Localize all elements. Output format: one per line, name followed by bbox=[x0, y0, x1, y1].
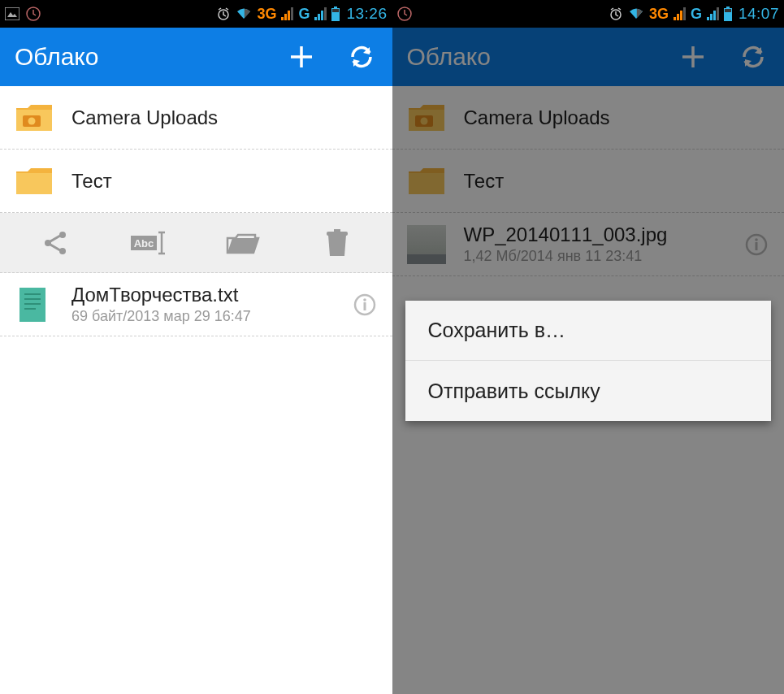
phone-right: 3G G 14:07 Облако bbox=[392, 0, 785, 694]
menu-send-link[interactable]: Отправить ссылку bbox=[405, 361, 772, 421]
signal-bars-blue-icon bbox=[314, 7, 327, 20]
status-bar: 3G G 13:26 bbox=[0, 0, 392, 28]
network-3g-label: 3G bbox=[257, 6, 276, 23]
status-time: 13:26 bbox=[346, 5, 387, 23]
status-bar: 3G G 14:07 bbox=[392, 0, 785, 28]
svg-rect-19 bbox=[334, 229, 340, 232]
svg-point-11 bbox=[28, 117, 36, 124]
rename-button[interactable]: Abc bbox=[120, 223, 177, 263]
delete-button[interactable] bbox=[309, 223, 366, 263]
signal-bars-blue-icon bbox=[707, 7, 719, 20]
svg-rect-28 bbox=[725, 9, 731, 12]
folder-name: Тест bbox=[71, 170, 379, 193]
svg-rect-6 bbox=[332, 9, 339, 12]
text-file-icon bbox=[15, 288, 54, 321]
svg-point-15 bbox=[59, 248, 66, 254]
phone-left: 3G G 13:26 Облако bbox=[0, 0, 392, 694]
svg-rect-4 bbox=[334, 7, 337, 8]
alarm-icon bbox=[609, 7, 623, 21]
status-time: 14:07 bbox=[739, 5, 779, 23]
svg-point-14 bbox=[59, 232, 66, 238]
app-bar: Облако bbox=[0, 28, 392, 86]
file-meta: 69 байт/2013 мар 29 16:47 bbox=[71, 308, 332, 325]
svg-rect-0 bbox=[5, 7, 19, 20]
add-button[interactable] bbox=[285, 41, 318, 73]
refresh-button[interactable] bbox=[345, 41, 378, 73]
svg-rect-26 bbox=[726, 7, 730, 8]
gallery-icon bbox=[5, 7, 19, 20]
file-txt[interactable]: ДомТворчества.txt 69 байт/2013 мар 29 16… bbox=[0, 273, 392, 336]
folder-icon bbox=[15, 165, 54, 197]
network-g-label: G bbox=[691, 6, 702, 23]
svg-rect-12 bbox=[16, 173, 52, 194]
folder-test[interactable]: Тест bbox=[0, 150, 392, 213]
signal-bars-orange-icon bbox=[281, 7, 293, 20]
svg-rect-23 bbox=[363, 302, 366, 310]
battery-icon bbox=[331, 7, 340, 21]
wifi-icon bbox=[628, 7, 644, 20]
network-3g-label: 3G bbox=[649, 6, 669, 23]
context-menu: Сохранить в… Отправить ссылку bbox=[405, 301, 772, 421]
app-title: Облако bbox=[15, 43, 99, 71]
folder-camera-uploads[interactable]: Camera Uploads bbox=[0, 86, 392, 150]
file-list: Camera Uploads Тест Abc bbox=[0, 86, 392, 336]
clock-purple-icon bbox=[397, 7, 412, 21]
svg-point-22 bbox=[363, 298, 366, 301]
battery-icon bbox=[724, 7, 732, 21]
open-folder-button[interactable] bbox=[214, 223, 271, 263]
svg-text:Abc: Abc bbox=[134, 237, 154, 249]
network-g-label: G bbox=[298, 6, 310, 23]
signal-bars-orange-icon bbox=[674, 7, 686, 20]
camera-folder-icon bbox=[15, 102, 54, 134]
info-button[interactable] bbox=[350, 290, 379, 319]
svg-marker-1 bbox=[7, 12, 17, 17]
alarm-icon bbox=[216, 7, 231, 21]
menu-save-to[interactable]: Сохранить в… bbox=[405, 301, 772, 361]
clock-purple-icon bbox=[26, 7, 41, 21]
share-button[interactable] bbox=[27, 223, 84, 263]
folder-name: Camera Uploads bbox=[71, 106, 379, 129]
action-bar: Abc bbox=[0, 213, 392, 273]
wifi-icon bbox=[236, 7, 252, 20]
file-name: ДомТворчества.txt bbox=[71, 284, 332, 306]
